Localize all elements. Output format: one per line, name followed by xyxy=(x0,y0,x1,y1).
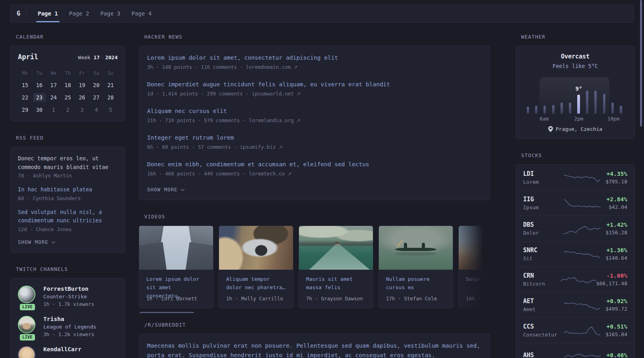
news-item-title[interactable]: Lorem ipsum dolor sit amet, consectetur … xyxy=(147,53,482,62)
stock-change: +0.92% xyxy=(605,298,627,304)
stock-row[interactable]: CRNBitcorn -1.00%$66,171.48 xyxy=(516,267,634,292)
stock-price: $499.72 xyxy=(605,306,627,312)
video-thumbnail[interactable] xyxy=(299,226,373,270)
calendar-day: 29 xyxy=(19,105,31,114)
stock-row[interactable]: AETAmet +0.92%$499.72 xyxy=(516,292,634,317)
video-meta: 1h · Molly Carrillo xyxy=(219,292,293,308)
stock-row[interactable]: AHS +0.46% xyxy=(516,343,634,358)
video-title[interactable]: Mauris sit amet massa felis xyxy=(299,270,373,292)
news-item-domain-link[interactable]: ipsumworld.net ↗ xyxy=(252,91,301,97)
videos-scroll-indicator[interactable] xyxy=(140,312,194,313)
calendar-day-cell: 1 xyxy=(47,104,61,115)
news-item-title[interactable]: Aliquam nec cursus elit xyxy=(147,107,482,116)
weather-time-label: 10pm xyxy=(607,116,619,122)
video-thumbnail[interactable] xyxy=(219,226,293,270)
video-title[interactable]: Nullam posuere cursus ex xyxy=(379,270,453,292)
video-thumbnail[interactable] xyxy=(459,226,490,270)
calendar-day: 18 xyxy=(61,81,74,90)
twitch-channel-name[interactable]: KendallCarr xyxy=(43,346,81,352)
right-column: WEATHER Overcast Feels like 5°C 9° 6am2p… xyxy=(516,34,635,358)
video-title[interactable]: Aliquam tempor dolor nec pharetra… xyxy=(219,270,293,292)
news-item-title[interactable]: Integer eget rutrum lorem xyxy=(147,133,482,142)
news-item-domain-link[interactable]: loremdomain.com ↗ xyxy=(246,64,297,70)
news-item-domain-link[interactable]: loremtech.co ↗ xyxy=(249,171,292,177)
news-item-meta: 6h · 60 points · 57 comments · ipsumify.… xyxy=(147,144,482,150)
stock-row[interactable]: IIGIpsum +2.84%$42.04 xyxy=(516,190,634,216)
calendar-widget-label: CALENDAR xyxy=(16,34,125,40)
video-title[interactable]: Lorem ipsum dolor sit amet consectetu… xyxy=(139,270,213,292)
stock-row[interactable]: SNRCSit +1.36%$148.64 xyxy=(516,241,634,267)
stock-price: $795.18 xyxy=(605,179,627,185)
tab-page-3[interactable]: Page 3 xyxy=(99,5,121,22)
weather-condition: Overcast xyxy=(523,53,628,60)
twitch-channel-name[interactable]: Trisha xyxy=(43,316,96,322)
news-item-title[interactable]: Donec imperdiet augue tincidunt felis al… xyxy=(147,80,482,89)
calendar-day-cell: 3 xyxy=(75,104,89,115)
news-item-domain-link[interactable]: loremlandia.org ↗ xyxy=(249,117,301,123)
reddit-post-title[interactable]: Maecenas mollis pulvinar erat non posuer… xyxy=(147,341,482,358)
external-link-icon: ↗ xyxy=(297,91,301,97)
video-thumbnail[interactable] xyxy=(379,226,453,270)
stock-sparkline xyxy=(564,222,600,235)
calendar-day-cell: 2 xyxy=(61,104,75,115)
rss-item-title[interactable]: Donec tempor eros leo, ut commodo mauris… xyxy=(18,154,118,171)
hacker-news-show-more-button[interactable]: SHOW MORE xyxy=(147,187,482,193)
stock-price: $165.84 xyxy=(605,331,627,337)
news-item: Lorem ipsum dolor sit amet, consectetur … xyxy=(147,53,482,70)
app-logo: G xyxy=(11,5,27,22)
video-title[interactable]: Suspendisse diam xyxy=(459,270,490,292)
weather-bar xyxy=(561,103,563,114)
stock-sparkline xyxy=(564,197,601,210)
avatar[interactable] xyxy=(18,286,35,303)
tab-page-1[interactable]: Page 1 xyxy=(37,5,59,22)
calendar-weekday: Th xyxy=(61,68,75,78)
calendar-day-cell: 16 xyxy=(32,80,47,91)
rss-show-more-button[interactable]: SHOW MORE xyxy=(18,239,118,245)
video-thumbnail[interactable] xyxy=(139,226,213,270)
twitch-widget-label: TWITCH CHANNELS xyxy=(16,266,125,272)
calendar-day-cell: 17 xyxy=(47,80,61,91)
live-badge: LIVE xyxy=(20,334,35,340)
stock-ticker: CRN xyxy=(523,272,561,279)
videos-carousel: Lorem ipsum dolor sit amet consectetu… 1… xyxy=(139,226,490,308)
twitch-channel-meta: 1h · 1.7k viewers xyxy=(43,301,94,307)
stock-row[interactable]: LDILorem +4.35%$795.18 xyxy=(516,165,634,190)
avatar[interactable] xyxy=(18,346,35,358)
dashboard: G Page 1 Page 2 Page 3 Page 4 CALENDAR A… xyxy=(0,0,644,358)
tab-page-4[interactable]: Page 4 xyxy=(131,5,153,22)
video-card: Aliquam tempor dolor nec pharetra… 1h · … xyxy=(219,226,293,308)
stock-ticker: AET xyxy=(523,298,561,305)
calendar-day-cell: 4 xyxy=(89,104,103,115)
avatar[interactable] xyxy=(18,316,35,333)
rss-item-title[interactable]: Sed volutpat nulla nisl, a condimentum n… xyxy=(18,208,118,225)
calendar-weekday: Su xyxy=(103,68,118,78)
news-item: Aliquam nec cursus elit 21h · 710 points… xyxy=(147,107,482,123)
stock-price: $156.28 xyxy=(605,230,627,235)
external-link-icon: ↗ xyxy=(294,64,298,70)
calendar-day-cell: 19 xyxy=(75,80,89,91)
stock-sparkline xyxy=(564,247,600,261)
stock-price: $42.04 xyxy=(607,204,627,210)
calendar-day-cell: 20 xyxy=(89,80,103,91)
stock-price: $66,171.48 xyxy=(596,280,627,286)
news-item-title[interactable]: Donec enim nibh, condimentum et accumsan… xyxy=(147,160,482,169)
stock-row[interactable]: CCSConsectetur +0.51%$165.84 xyxy=(516,317,634,343)
video-card: Nullam posuere cursus ex 17h · Stefan Co… xyxy=(378,226,453,308)
weather-bar xyxy=(569,103,571,114)
news-item-meta: 1d · 1,414 points · 299 comments · ipsum… xyxy=(147,91,482,97)
calendar-week-year: Week 17·2024 xyxy=(78,54,118,60)
scrollbar-thumb[interactable] xyxy=(640,0,642,126)
tab-page-2[interactable]: Page 2 xyxy=(68,5,90,22)
news-item-domain-link[interactable]: ipsumify.biz ↗ xyxy=(240,144,283,150)
twitch-channel-row: KendallCarr xyxy=(18,346,118,358)
twitch-channel-name[interactable]: ForrestBurton xyxy=(43,286,94,292)
stock-row[interactable]: DBSDolor +1.42%$156.28 xyxy=(516,216,634,241)
twitch-channel-meta: 3h · 1.2k viewers xyxy=(43,331,96,337)
hacker-news-widget-label: HACKER NEWS xyxy=(144,34,490,40)
twitch-avatar-wrap xyxy=(18,346,37,358)
calendar-header: April Week 17·2024 xyxy=(18,53,118,61)
rss-item-title[interactable]: In hac habitasse platea xyxy=(18,185,118,194)
stock-name: Amet xyxy=(523,306,561,312)
calendar-month: April xyxy=(18,53,38,61)
stock-ticker: LDI xyxy=(523,170,561,177)
